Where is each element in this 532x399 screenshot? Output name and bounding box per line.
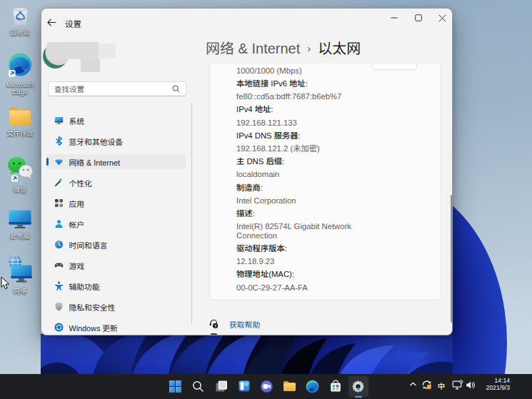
sidebar-item-accessibility[interactable]: 辅助功能 bbox=[46, 278, 186, 293]
detail-value: localdomain bbox=[236, 170, 372, 179]
widgets-button[interactable] bbox=[236, 378, 253, 395]
search-placeholder: 查找设置 bbox=[54, 84, 172, 94]
sidebar-item-label: 蓝牙和其他设备 bbox=[69, 136, 124, 147]
selected-indicator bbox=[46, 158, 49, 166]
tray-volume-button[interactable] bbox=[466, 380, 476, 390]
edge-button[interactable] bbox=[304, 378, 321, 395]
time-language-icon bbox=[54, 240, 64, 249]
detail-value: 192.168.121.2 (未加密) bbox=[236, 144, 372, 153]
maximize-button[interactable] bbox=[408, 9, 428, 27]
personalization-icon bbox=[54, 178, 64, 187]
sidebar-item-bluetooth-devices[interactable]: 蓝牙和其他设备 bbox=[46, 133, 186, 148]
wechat-icon bbox=[6, 156, 34, 183]
sidebar-item-label: 游戏 bbox=[69, 260, 85, 271]
desktop-icon-recycle-bin[interactable]: 回收站 bbox=[0, 6, 40, 37]
apps-icon bbox=[54, 198, 64, 208]
copy-button[interactable] bbox=[372, 64, 417, 70]
get-help-link[interactable]: 获取帮助 bbox=[229, 318, 260, 330]
sync-icon bbox=[421, 379, 433, 390]
store-icon bbox=[329, 380, 342, 393]
sidebar-item-time-language[interactable]: 时间和语言 bbox=[46, 237, 186, 252]
search-icon bbox=[172, 85, 180, 93]
back-button[interactable] bbox=[43, 14, 60, 30]
desktop-icon-label: 文件存放 bbox=[0, 131, 40, 138]
sidebar-item-apps[interactable]: 应用 bbox=[46, 196, 186, 211]
sidebar-item-personalization[interactable]: 个性化 bbox=[46, 175, 186, 190]
taskbar-search-button[interactable] bbox=[190, 378, 207, 395]
network-internet-icon bbox=[54, 157, 64, 166]
feedback-icon[interactable] bbox=[211, 333, 217, 335]
chat-icon bbox=[260, 380, 273, 393]
active-app-indicator bbox=[355, 396, 362, 398]
close-icon bbox=[438, 14, 446, 22]
minimize-icon bbox=[391, 14, 398, 21]
breadcrumb-separator-icon: › bbox=[307, 42, 311, 54]
detail-label: 驱动程序版本: bbox=[236, 244, 372, 253]
minimize-button[interactable] bbox=[383, 9, 404, 27]
detail-label: 物理地址(MAC): bbox=[236, 270, 372, 279]
desktop-icon-wechat[interactable]: 微信 bbox=[0, 156, 40, 194]
sidebar-item-label: 帐户 bbox=[69, 218, 85, 230]
bluetooth-devices-icon bbox=[54, 136, 64, 146]
sidebar-item-windows-update[interactable]: Windows 更新 bbox=[46, 320, 186, 335]
content-scroll-area: 1000/1000 (Mbps) 本地链接 IPv6 地址: fe80::cd5… bbox=[192, 64, 453, 335]
tray-chevron-button[interactable] bbox=[408, 380, 418, 389]
accessibility-icon bbox=[54, 281, 64, 291]
start-button[interactable] bbox=[167, 378, 184, 395]
close-button[interactable] bbox=[431, 9, 453, 27]
sidebar-item-label: 系统 bbox=[69, 115, 85, 126]
sidebar-item-system[interactable]: 系统 bbox=[46, 113, 186, 128]
store-button[interactable] bbox=[327, 378, 344, 395]
scrollbar-thumb[interactable] bbox=[451, 195, 452, 323]
detail-value: Intel(R) 82574L Gigabit Network Connecti… bbox=[236, 222, 361, 240]
detail-label: 本地链接 IPv6 地址: bbox=[236, 79, 372, 89]
recycle-bin-icon bbox=[11, 6, 30, 26]
desktop-icon-this-pc[interactable]: 此电脑 bbox=[0, 209, 40, 241]
tray-vm-display-button[interactable] bbox=[452, 380, 463, 390]
tray-sync-button[interactable] bbox=[421, 379, 433, 390]
desktop-icon-label: Microsoft Edge bbox=[0, 82, 40, 96]
svg-text:?: ? bbox=[214, 324, 217, 328]
sidebar-item-accounts[interactable]: 帐户 bbox=[46, 216, 186, 231]
sidebar-item-network-internet[interactable]: 网络 & Internet bbox=[46, 154, 186, 169]
maximize-icon bbox=[415, 14, 422, 21]
file-explorer-button[interactable] bbox=[281, 378, 298, 395]
accounts-icon bbox=[54, 219, 64, 228]
desktop-icon-folder[interactable]: 文件存放 bbox=[0, 106, 40, 138]
search-icon bbox=[192, 380, 204, 393]
sidebar-item-label: 辅助功能 bbox=[69, 281, 100, 292]
tray-ime-indicator[interactable]: 中 bbox=[436, 380, 446, 390]
sidebar-item-label: 个性化 bbox=[69, 177, 92, 188]
chat-button[interactable] bbox=[259, 378, 276, 395]
file-explorer-icon bbox=[283, 380, 296, 392]
sidebar-item-label: Windows 更新 bbox=[69, 322, 118, 333]
display-tray-icon bbox=[452, 380, 463, 390]
network-icon bbox=[6, 255, 34, 284]
speaker-icon bbox=[466, 380, 476, 390]
censor-block bbox=[81, 59, 100, 72]
detail-label: IPv4 DNS 服务器: bbox=[236, 131, 372, 141]
detail-value: 12.18.9.23 bbox=[236, 257, 372, 266]
tray-clock[interactable]: 14:14 2021/9/3 bbox=[486, 378, 510, 391]
edge-icon bbox=[306, 380, 319, 393]
settings-gear-icon bbox=[351, 380, 365, 393]
task-view-button[interactable] bbox=[213, 378, 230, 395]
censor-block bbox=[47, 42, 99, 59]
sidebar-item-privacy-security[interactable]: 隐私和安全性 bbox=[46, 299, 186, 314]
sidebar-item-gaming[interactable]: 游戏 bbox=[46, 258, 186, 273]
detail-label: 制造商: bbox=[236, 183, 372, 193]
detail-value: 00-0C-29-27-AA-FA bbox=[236, 283, 372, 293]
mouse-cursor bbox=[1, 276, 10, 290]
system-icon bbox=[54, 116, 64, 125]
breadcrumb-parent[interactable]: 网络 & Internet bbox=[206, 37, 300, 58]
settings-button[interactable] bbox=[350, 378, 367, 395]
folder-icon bbox=[7, 106, 33, 126]
edge-icon bbox=[8, 53, 32, 78]
search-input[interactable]: 查找设置 bbox=[48, 81, 186, 96]
desktop-icon-edge[interactable]: Microsoft Edge bbox=[0, 53, 40, 96]
widgets-icon bbox=[238, 380, 251, 393]
privacy-security-icon bbox=[54, 302, 64, 311]
desktop-icon-label: 回收站 bbox=[0, 30, 40, 37]
detail-value: Intel Corporation bbox=[236, 196, 372, 206]
sidebar-item-label: 应用 bbox=[69, 198, 85, 209]
